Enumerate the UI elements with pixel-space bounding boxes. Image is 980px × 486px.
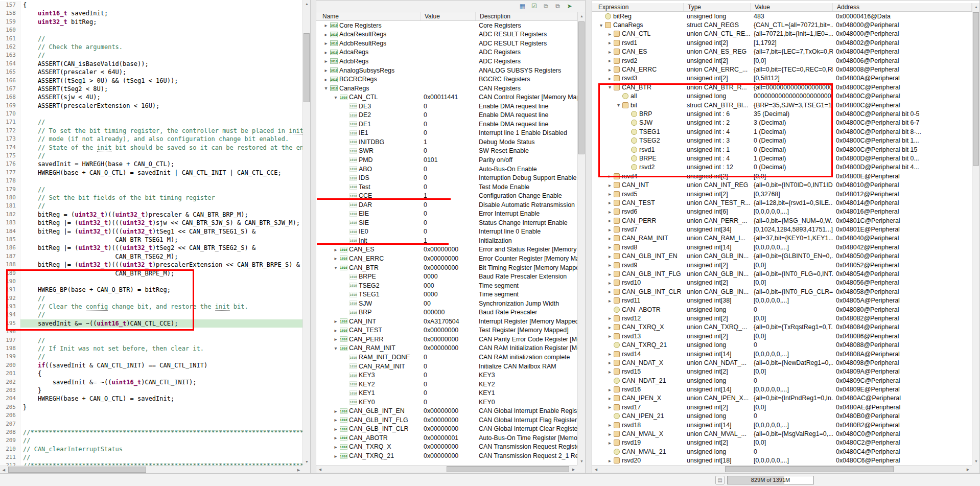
registers-vertical-scrollbar[interactable]: ▲ ▼ <box>577 12 585 465</box>
register-row[interactable]: 1010IE00Interrupt line 0 Enable <box>316 227 577 237</box>
code-line[interactable]: 205} <box>0 403 302 411</box>
expression-row[interactable]: ▸CAN_TXRQ_Xunion CAN_TXRQ_...{all=0,bit=… <box>592 323 972 332</box>
code-line[interactable]: 178 <box>0 177 302 185</box>
code-line[interactable]: 187 CAN_BTR_TSEG2_M); <box>0 252 302 261</box>
collapse-arrow-icon[interactable]: ▾ <box>332 345 340 351</box>
expand-arrow-icon[interactable]: ▸ <box>606 209 614 215</box>
expression-row[interactable]: CAN_ABOTRunsigned long00x048080@Peripher… <box>592 305 972 314</box>
expression-row[interactable]: ▸rsvd17unsigned int[2][0,0]0x0480AE@Peri… <box>592 403 972 411</box>
register-row[interactable]: 1010KEY00KEY0 <box>316 398 577 407</box>
expression-row[interactable]: ▸rsvd9unsigned int[2][0,0]0x048052@Perip… <box>592 261 972 269</box>
register-row[interactable]: 1010ABO0Auto-Bus-On Enable <box>316 165 577 174</box>
collapse-arrow-icon[interactable]: ▾ <box>332 265 340 270</box>
register-row[interactable]: ▾1010CanaRegsCAN Registers <box>316 84 577 93</box>
expression-row[interactable]: ▸CAN_CTLunion CAN_CTL_RE...{all=70721,bi… <box>592 30 972 38</box>
code-line[interactable]: 173 // mode (if not already), and also c… <box>0 135 302 143</box>
expand-arrow-icon[interactable]: ▸ <box>606 440 614 446</box>
code-line[interactable]: 190 <box>0 277 302 286</box>
register-row[interactable]: 1010TSEG2000Time segment <box>316 281 577 290</box>
expression-row[interactable]: ▸CAN_GLB_INT_CLRunion CAN_GLB_IN...{all=… <box>592 287 972 296</box>
expand-arrow-icon[interactable]: ▸ <box>332 453 340 459</box>
code-line[interactable]: 198 // If Init was not set before, then … <box>0 344 302 353</box>
register-row[interactable]: ▸1010CAN_TXRQ_X0x00000000CAN Transmissio… <box>316 443 577 452</box>
code-line[interactable]: 200 if((savedInit & CAN_CTL_INIT) == CAN… <box>0 361 302 369</box>
expand-arrow-icon[interactable]: ▸ <box>606 351 614 357</box>
expand-arrow-icon[interactable]: ▸ <box>606 325 614 330</box>
register-row[interactable]: ▸1010AdcaResultRegsADC RESULT Registers <box>316 30 577 39</box>
code-line[interactable]: 209// <box>0 436 302 445</box>
registers-horizontal-scrollbar[interactable]: ◀ ▶ <box>316 465 577 473</box>
expression-row[interactable]: ▸CAN_GLB_INT_ENunion CAN_GLB_IN...{all=0… <box>592 252 972 261</box>
expression-row[interactable]: ▸rsvd7unsigned int[34][0,1024,1284,5893,… <box>592 225 972 234</box>
code-line[interactable]: 208//***********************************… <box>0 428 302 436</box>
code-line[interactable]: 202 savedInit &= ~((uint16_t)CAN_CTL_INI… <box>0 378 302 386</box>
scroll-left-arrow-icon[interactable]: ◀ <box>316 466 324 473</box>
expression-row[interactable]: ▸CAN_TESTunion CAN_TEST_R...{all=128,bit… <box>592 198 972 207</box>
expressions-horizontal-scrollbar[interactable]: ◀ ▶ <box>592 465 972 473</box>
column-header-type[interactable]: Type <box>684 3 751 11</box>
register-row[interactable]: 1010DE20Enable DMA request line <box>316 110 577 120</box>
code-line[interactable]: 191 HWREG_BP(base + CAN_O_BTR) = bitReg; <box>0 286 302 294</box>
code-line[interactable]: 159 uint32_t bitReg; <box>0 18 302 26</box>
expand-arrow-icon[interactable]: ▸ <box>606 431 614 437</box>
register-row[interactable]: ▸1010CAN_ABOTR0x00000001Auto-Bus-On Time… <box>316 433 577 443</box>
register-row[interactable]: ▸1010CAN_ERRC0x00000000Error Counter Reg… <box>316 254 577 263</box>
expand-arrow-icon[interactable]: ▸ <box>606 200 614 205</box>
code-line[interactable]: 174 // State of the init bit should be s… <box>0 144 302 152</box>
scroll-up-arrow-icon[interactable]: ▲ <box>972 3 980 11</box>
scroll-right-arrow-icon[interactable]: ▶ <box>964 466 972 473</box>
expand-arrow-icon[interactable]: ▸ <box>606 182 614 188</box>
register-row[interactable]: ▸1010CAN_GLB_INT_EN0x00000000CAN Global … <box>316 407 577 416</box>
scroll-right-arrow-icon[interactable]: ▶ <box>295 466 302 473</box>
expand-arrow-icon[interactable]: ▸ <box>322 22 330 28</box>
scroll-up-arrow-icon[interactable]: ▲ <box>303 0 311 8</box>
scroll-up-arrow-icon[interactable]: ▲ <box>578 12 586 20</box>
expression-row[interactable]: CAN_TXRQ_21unsigned long00x048088@Periph… <box>592 340 972 349</box>
expression-row[interactable]: ▸CAN_RAM_INITunion CAN_RAM_I...{all=37,b… <box>592 234 972 243</box>
code-line[interactable]: 158 uint16_t savedInit; <box>0 9 302 17</box>
expand-arrow-icon[interactable]: ▸ <box>606 253 614 259</box>
expressions-hscroll-thumb[interactable] <box>725 466 894 472</box>
register-row[interactable]: ▸1010Core RegistersCore Registers <box>316 21 577 30</box>
expand-arrow-icon[interactable]: ▸ <box>606 360 614 365</box>
expand-arrow-icon[interactable]: ▸ <box>606 369 614 375</box>
code-line[interactable]: 192 // <box>0 294 302 303</box>
expression-row[interactable]: ▸rsvd5unsigned int[2][0,32768]0x048012@P… <box>592 190 972 198</box>
column-header-value[interactable]: Value <box>421 12 476 20</box>
collapse-arrow-icon[interactable]: ▾ <box>322 85 330 91</box>
continuous-refresh-icon[interactable]: ➤ <box>565 2 574 11</box>
register-row[interactable]: 1010Init1Initialization <box>316 236 577 245</box>
expand-arrow-icon[interactable]: ▸ <box>606 49 614 55</box>
code-line[interactable]: 206 <box>0 411 302 420</box>
register-row[interactable]: 1010KEY20KEY2 <box>316 380 577 389</box>
expression-row[interactable]: CAN_NDAT_21unsigned long00x04809C@Periph… <box>592 376 972 385</box>
register-row[interactable]: 1010INITDBG1Debug Mode Status <box>316 137 577 147</box>
expression-row[interactable]: TSEG1unsigned int : 41 (Decimal)0x04800C… <box>592 127 972 136</box>
code-line[interactable]: 204 HWREGH(base + CAN_O_CTL) = savedInit… <box>0 395 302 403</box>
register-row[interactable]: 1010KEY30KEY3 <box>316 371 577 380</box>
code-line[interactable]: 168 ASSERT(sjw < 4U); <box>0 93 302 101</box>
expression-row[interactable]: ▸rsvd8unsigned int[14][0,0,0,0,0,...]0x0… <box>592 243 972 251</box>
code-line[interactable]: 160 <box>0 26 302 34</box>
code-line[interactable]: 161 // <box>0 35 302 43</box>
column-header-value[interactable]: Value <box>751 3 833 11</box>
expand-arrow-icon[interactable]: ▸ <box>606 40 614 45</box>
code-line[interactable]: 188 bitReg |= (uint32_t)(((uint32_t)pres… <box>0 261 302 269</box>
expand-arrow-icon[interactable]: ▸ <box>606 396 614 401</box>
expressions-vertical-scrollbar[interactable]: ▲ ▼ <box>972 3 979 465</box>
code-line[interactable]: 175 // <box>0 152 302 160</box>
expression-row[interactable]: ▸CAN_INTunion CAN_INT_REG{all=0,bit={INT… <box>592 180 972 189</box>
expand-arrow-icon[interactable]: ▸ <box>332 444 340 450</box>
code-line[interactable]: 193 // Clear the config change bit, and … <box>0 303 302 311</box>
expand-arrow-icon[interactable]: ▸ <box>606 262 614 268</box>
expand-arrow-icon[interactable]: ▸ <box>606 191 614 197</box>
collapse-arrow-icon[interactable]: ▾ <box>332 95 340 100</box>
expand-arrow-icon[interactable]: ▸ <box>332 336 340 342</box>
import-registers-icon[interactable]: ⧉ <box>553 2 562 11</box>
layout-icon[interactable]: ▦ <box>518 2 527 11</box>
code-line[interactable]: 172 // To set the bit timing register, t… <box>0 127 302 135</box>
register-row[interactable]: ▸1010AdcaRegsADC Registers <box>316 48 577 57</box>
register-row[interactable]: 1010IE10Interrupt line 1 Enable Disabled <box>316 129 577 138</box>
expand-arrow-icon[interactable]: ▸ <box>332 435 340 441</box>
code-line[interactable]: 177 HWREGH(base + CAN_O_CTL) = savedInit… <box>0 169 302 177</box>
